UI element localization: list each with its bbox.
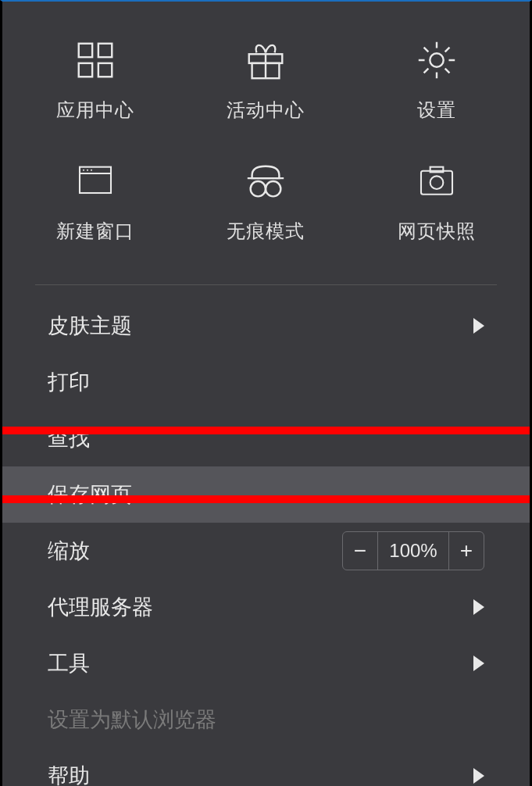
menu-label: 保存网页 <box>48 481 132 509</box>
settings-panel: 应用中心 活动中心 设置 <box>0 0 532 786</box>
grid-item-new-window[interactable]: 新建窗口 <box>10 140 180 261</box>
menu-label: 打印 <box>48 368 90 396</box>
gift-icon <box>242 37 289 84</box>
svg-point-10 <box>83 169 84 170</box>
window-icon <box>72 158 119 205</box>
menu-list: 皮肤主题 打印 查找 保存网页 缩放 − 100% + 代理服务器 工具 <box>10 285 522 786</box>
arrow-right-icon <box>473 599 484 615</box>
grid-item-activity[interactable]: 活动中心 <box>180 19 351 140</box>
menu-item-skin[interactable]: 皮肤主题 <box>10 298 522 354</box>
menu-label: 代理服务器 <box>48 593 153 621</box>
highlight-bar-bottom <box>2 495 530 503</box>
svg-point-11 <box>87 169 88 170</box>
grid-item-incognito[interactable]: 无痕模式 <box>180 140 351 261</box>
grid-label: 活动中心 <box>227 98 305 123</box>
grid-label: 无痕模式 <box>227 219 305 244</box>
grid-label: 网页快照 <box>398 219 476 244</box>
menu-item-tools[interactable]: 工具 <box>10 635 522 691</box>
zoom-control: − 100% + <box>342 531 484 570</box>
zoom-in-button[interactable]: + <box>449 532 484 570</box>
menu-item-help[interactable]: 帮助 <box>10 748 522 786</box>
menu-item-set-default: 设置为默认浏览器 <box>10 691 522 748</box>
highlight-bar-top <box>2 427 530 434</box>
svg-point-7 <box>430 53 443 66</box>
menu-item-print[interactable]: 打印 <box>10 354 522 410</box>
svg-point-12 <box>91 169 92 170</box>
svg-rect-17 <box>421 170 452 194</box>
zoom-out-button[interactable]: − <box>343 532 377 570</box>
grid-label: 应用中心 <box>56 98 134 123</box>
menu-item-zoom: 缩放 − 100% + <box>10 523 522 579</box>
svg-rect-8 <box>80 166 111 192</box>
grid-label: 新建窗口 <box>56 219 134 244</box>
grid-item-apps[interactable]: 应用中心 <box>10 19 180 140</box>
svg-point-15 <box>266 181 280 196</box>
menu-item-find[interactable]: 查找 <box>10 410 522 466</box>
menu-label: 缩放 <box>48 537 90 565</box>
svg-rect-3 <box>98 63 112 76</box>
svg-rect-1 <box>98 43 112 56</box>
svg-rect-0 <box>79 43 92 56</box>
menu-item-proxy[interactable]: 代理服务器 <box>10 579 522 635</box>
apps-icon <box>72 37 119 84</box>
arrow-right-icon <box>473 656 484 671</box>
zoom-value: 100% <box>377 532 449 570</box>
menu-label: 设置为默认浏览器 <box>48 706 216 734</box>
menu-item-save-page[interactable]: 保存网页 <box>2 466 530 523</box>
svg-rect-18 <box>430 166 443 172</box>
arrow-right-icon <box>473 318 484 334</box>
arrow-right-icon <box>473 768 484 784</box>
grid-label: 设置 <box>417 98 456 123</box>
camera-icon <box>413 158 460 205</box>
grid-item-settings[interactable]: 设置 <box>352 19 522 140</box>
menu-label: 帮助 <box>48 762 90 786</box>
menu-label: 皮肤主题 <box>48 312 132 340</box>
svg-point-19 <box>430 176 443 189</box>
grid-item-snapshot[interactable]: 网页快照 <box>352 140 522 261</box>
menu-label: 工具 <box>48 649 90 677</box>
shortcut-grid: 应用中心 活动中心 设置 <box>10 2 522 284</box>
svg-rect-2 <box>79 63 92 76</box>
incognito-icon <box>242 158 289 205</box>
svg-point-14 <box>251 181 266 196</box>
gear-icon <box>413 37 460 84</box>
